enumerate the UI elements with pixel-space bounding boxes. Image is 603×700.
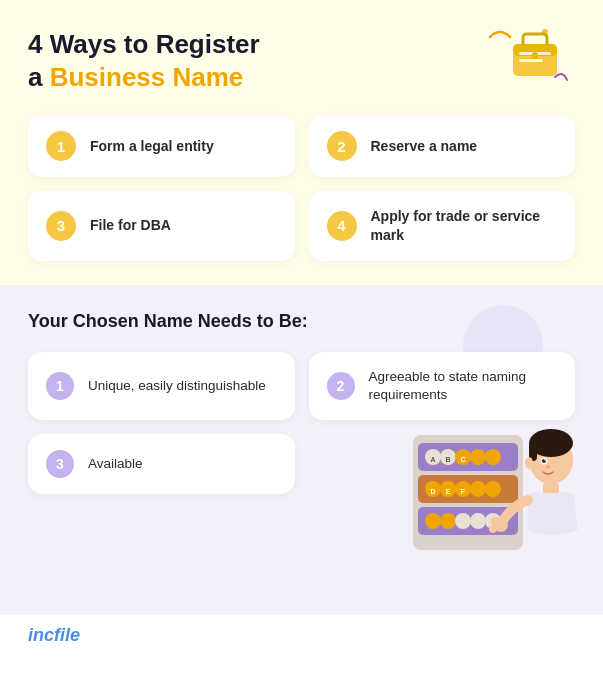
footer: incfile bbox=[0, 615, 603, 660]
req-card-3: 3 Available bbox=[28, 434, 295, 494]
logo: incfile bbox=[28, 625, 80, 646]
title-highlight: Business Name bbox=[50, 62, 244, 92]
req-text-1: Unique, easily distinguishable bbox=[88, 377, 266, 395]
card-text-2: Reserve a name bbox=[371, 137, 478, 156]
card-number-2: 2 bbox=[327, 131, 357, 161]
ways-cards-grid: 1 Form a legal entity 2 Reserve a name 3… bbox=[28, 115, 575, 261]
svg-rect-5 bbox=[532, 52, 538, 59]
req-number-2: 2 bbox=[327, 372, 355, 400]
card-number-1: 1 bbox=[46, 131, 76, 161]
header-row: 4 Ways to Register a Business Name bbox=[28, 28, 575, 93]
svg-point-42 bbox=[489, 525, 497, 533]
card-number-4: 4 bbox=[327, 211, 357, 241]
way-card-1: 1 Form a legal entity bbox=[28, 115, 295, 177]
way-card-3: 3 File for DBA bbox=[28, 191, 295, 261]
svg-rect-4 bbox=[519, 59, 543, 62]
card-text-4: Apply for trade or service mark bbox=[371, 207, 558, 245]
req-text-2: Agreeable to state naming requirements bbox=[369, 368, 558, 404]
way-card-2: 2 Reserve a name bbox=[309, 115, 576, 177]
title-a: a bbox=[28, 62, 50, 92]
req-number-1: 1 bbox=[46, 372, 74, 400]
top-section: 4 Ways to Register a Business Name bbox=[0, 0, 603, 285]
register-icon bbox=[485, 22, 575, 92]
req-text-3: Available bbox=[88, 455, 143, 473]
requirements-grid: 1 Unique, easily distinguishable 2 Agree… bbox=[28, 352, 575, 494]
card-number-3: 3 bbox=[46, 211, 76, 241]
card-text-1: Form a legal entity bbox=[90, 137, 214, 156]
req-number-3: 3 bbox=[46, 450, 74, 478]
svg-point-20 bbox=[425, 513, 441, 529]
bottom-section: Your Chosen Name Needs to Be: 1 Unique, … bbox=[0, 285, 603, 615]
main-title: 4 Ways to Register a Business Name bbox=[28, 28, 260, 93]
title-block: 4 Ways to Register a Business Name bbox=[28, 28, 260, 93]
svg-point-23 bbox=[470, 513, 486, 529]
req-card-2: 2 Agreeable to state naming requirements bbox=[309, 352, 576, 420]
way-card-4: 4 Apply for trade or service mark bbox=[309, 191, 576, 261]
svg-point-21 bbox=[440, 513, 456, 529]
req-card-1: 1 Unique, easily distinguishable bbox=[28, 352, 295, 420]
card-text-3: File for DBA bbox=[90, 216, 171, 235]
svg-point-22 bbox=[455, 513, 471, 529]
title-line1: 4 Ways to Register bbox=[28, 29, 260, 59]
svg-point-41 bbox=[491, 517, 499, 525]
